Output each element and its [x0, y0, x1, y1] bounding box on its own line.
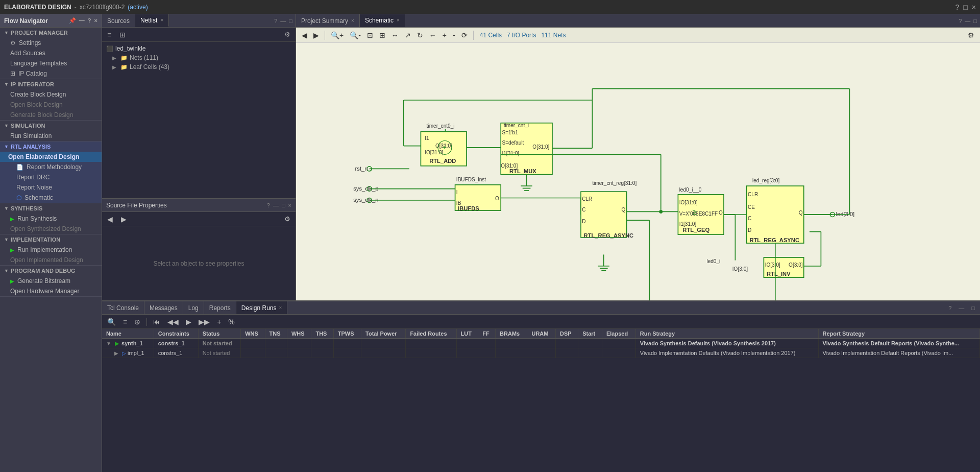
- sch-refresh-btn[interactable]: ↻: [415, 30, 425, 40]
- tab-sources[interactable]: Sources: [102, 14, 135, 27]
- tab-design-runs[interactable]: Design Runs ×: [236, 301, 288, 314]
- sidebar-item-open-implemented-design[interactable]: Open Implemented Design: [0, 255, 102, 265]
- sfp-minimize-icon[interactable]: —: [273, 202, 279, 208]
- sch-help-icon[interactable]: ?: [959, 18, 962, 24]
- sch-settings-btn[interactable]: ⚙: [966, 30, 976, 40]
- schematic-canvas[interactable]: rst_n sys_clk_p sys_clk_n I1 IO[31:0]: [296, 43, 980, 300]
- sch-fit-btn[interactable]: ⊡: [365, 30, 375, 40]
- section-header-synthesis[interactable]: ▼ SYNTHESIS: [0, 203, 102, 214]
- sfp-gear-btn[interactable]: ⚙: [282, 214, 292, 224]
- sch-back-btn[interactable]: ◀: [300, 30, 309, 40]
- sch-prev-btn[interactable]: ←: [428, 30, 438, 40]
- sfp-forward-btn[interactable]: ▶: [119, 214, 129, 224]
- btm-help-icon[interactable]: ?: [946, 305, 953, 311]
- tab-netlist[interactable]: Netlist ×: [135, 14, 169, 27]
- sidebar-item-report-noise[interactable]: Report Noise: [0, 182, 102, 193]
- tab-project-summary-close[interactable]: ×: [351, 18, 354, 23]
- minimize-icon[interactable]: —: [79, 17, 85, 24]
- section-header-ip-integrator[interactable]: ▼ IP INTEGRATOR: [0, 79, 102, 89]
- btm-first-btn[interactable]: ⏮: [151, 317, 162, 327]
- sch-forward-btn[interactable]: ▶: [312, 30, 321, 40]
- sch-nets-stat[interactable]: 111 Nets: [541, 32, 566, 39]
- sidebar-item-ip-catalog[interactable]: ⊞ IP Catalog: [0, 68, 102, 79]
- sch-zoom-out-btn[interactable]: 🔍-: [348, 30, 362, 40]
- toolbar-tree-btn[interactable]: ⊞: [117, 30, 128, 40]
- col-dsp: DSP: [556, 329, 578, 339]
- sidebar-item-open-hardware-manager[interactable]: Open Hardware Manager: [0, 286, 102, 296]
- sidebar-item-language-templates[interactable]: Language Templates: [0, 58, 102, 68]
- toolbar-filter-btn[interactable]: ≡: [105, 30, 113, 40]
- help-icon[interactable]: ?: [955, 3, 960, 11]
- table-row[interactable]: ▶ ▷ impl_1 constrs_1 Not started: [102, 348, 980, 358]
- btm-search-btn[interactable]: 🔍: [105, 317, 118, 327]
- tree-nets-item[interactable]: ▶ 📁 Nets (111): [102, 53, 296, 62]
- tab-schematic-close[interactable]: ×: [397, 17, 400, 23]
- sfp-close-icon[interactable]: ×: [288, 202, 291, 208]
- close-icon-nav[interactable]: ×: [94, 17, 97, 24]
- sidebar-item-report-drc[interactable]: Report DRC: [0, 172, 102, 182]
- sch-redraw-btn[interactable]: ⟳: [460, 30, 469, 40]
- tab-reports[interactable]: Reports: [204, 301, 236, 314]
- panel-help-icon[interactable]: ?: [274, 18, 277, 24]
- btm-expand-icon[interactable]: □: [969, 305, 977, 311]
- sfp-back-btn[interactable]: ◀: [105, 214, 115, 224]
- help-icon-nav[interactable]: ?: [88, 17, 91, 24]
- expand-icon[interactable]: □: [963, 3, 967, 11]
- tree-leafcells-item[interactable]: ▶ 📁 Leaf Cells (43): [102, 62, 296, 72]
- sfp-help-icon[interactable]: ?: [267, 202, 270, 208]
- sidebar-item-schematic[interactable]: ⬡ Schematic: [0, 193, 102, 203]
- section-header-implementation[interactable]: ▼ IMPLEMENTATION: [0, 234, 102, 245]
- sidebar-item-generate-bitstream[interactable]: ▶ Generate Bitstream: [0, 276, 102, 286]
- btm-add-col-btn[interactable]: ⊕: [132, 317, 142, 327]
- btm-filter-btn[interactable]: ≡: [121, 317, 129, 327]
- sch-pan-btn[interactable]: ↔: [390, 30, 400, 40]
- sidebar-item-run-simulation[interactable]: Run Simulation: [0, 131, 102, 141]
- sch-zoom-in-btn[interactable]: 🔍+: [329, 30, 345, 40]
- btm-add-run-btn[interactable]: +: [215, 317, 223, 327]
- sch-io-stat[interactable]: 7 I/O Ports: [507, 32, 536, 39]
- btm-play-btn[interactable]: ▶: [184, 317, 193, 327]
- section-header-project-manager[interactable]: ▼ PROJECT MANAGER: [0, 28, 102, 38]
- sch-plus-btn[interactable]: +: [441, 30, 448, 40]
- sfp-expand-icon[interactable]: □: [282, 202, 285, 208]
- tab-project-summary[interactable]: Project Summary ×: [296, 14, 360, 27]
- panel-expand-icon[interactable]: □: [289, 18, 292, 24]
- section-header-program-debug[interactable]: ▼ PROGRAM AND DEBUG: [0, 266, 102, 276]
- sch-schematic-btn[interactable]: ↗: [403, 30, 412, 40]
- sch-cells-stat[interactable]: 41 Cells: [480, 32, 502, 39]
- sidebar-item-run-implementation[interactable]: ▶ Run Implementation: [0, 245, 102, 255]
- sch-minimize-icon[interactable]: —: [965, 18, 970, 24]
- sch-minus-btn[interactable]: -: [451, 30, 457, 40]
- btm-prev-btn[interactable]: ◀◀: [165, 317, 181, 327]
- tab-log[interactable]: Log: [183, 301, 204, 314]
- btm-minimize-icon[interactable]: —: [957, 305, 966, 311]
- section-header-simulation[interactable]: ▼ SIMULATION: [0, 121, 102, 131]
- tab-netlist-close[interactable]: ×: [160, 17, 163, 23]
- sidebar-item-open-elaborated-design[interactable]: Open Elaborated Design: [0, 152, 102, 162]
- panel-minimize-icon[interactable]: —: [280, 18, 286, 24]
- sidebar-item-report-methodology[interactable]: 📄 Report Methodology: [0, 162, 102, 172]
- tree-root-item[interactable]: ⬛ led_twinkle: [102, 44, 296, 53]
- tab-schematic-view[interactable]: Schematic ×: [360, 14, 405, 27]
- tab-messages-label: Messages: [150, 304, 178, 312]
- sidebar-item-settings[interactable]: ⚙ Settings: [0, 38, 102, 48]
- sch-select-btn[interactable]: ⊞: [378, 30, 387, 40]
- tab-design-runs-close[interactable]: ×: [279, 305, 282, 311]
- sidebar-item-open-block-design[interactable]: Open Block Design: [0, 100, 102, 110]
- section-header-rtl-analysis[interactable]: ▼ RTL ANALYSIS: [0, 141, 102, 152]
- title-label: ELABORATED DESIGN: [4, 4, 71, 11]
- table-row[interactable]: ▼ ▶ synth_1 constrs_1 Not started: [102, 339, 980, 348]
- pin-icon[interactable]: 📌: [69, 17, 76, 24]
- toolbar-gear-btn[interactable]: ⚙: [282, 30, 292, 39]
- sidebar-item-open-synthesized-design[interactable]: Open Synthesized Design: [0, 224, 102, 234]
- sidebar-item-create-block-design[interactable]: Create Block Design: [0, 89, 102, 100]
- close-icon[interactable]: ×: [972, 3, 976, 11]
- sidebar-item-add-sources[interactable]: Add Sources: [0, 48, 102, 58]
- sidebar-item-run-synthesis[interactable]: ▶ Run Synthesis: [0, 214, 102, 224]
- sidebar-item-generate-block-design[interactable]: Generate Block Design: [0, 110, 102, 120]
- sch-expand-icon[interactable]: □: [973, 18, 977, 24]
- tab-messages[interactable]: Messages: [144, 301, 183, 314]
- btm-next-btn[interactable]: ▶▶: [197, 317, 212, 327]
- btm-percent-btn[interactable]: %: [226, 317, 236, 327]
- tab-tcl-console[interactable]: Tcl Console: [102, 301, 144, 314]
